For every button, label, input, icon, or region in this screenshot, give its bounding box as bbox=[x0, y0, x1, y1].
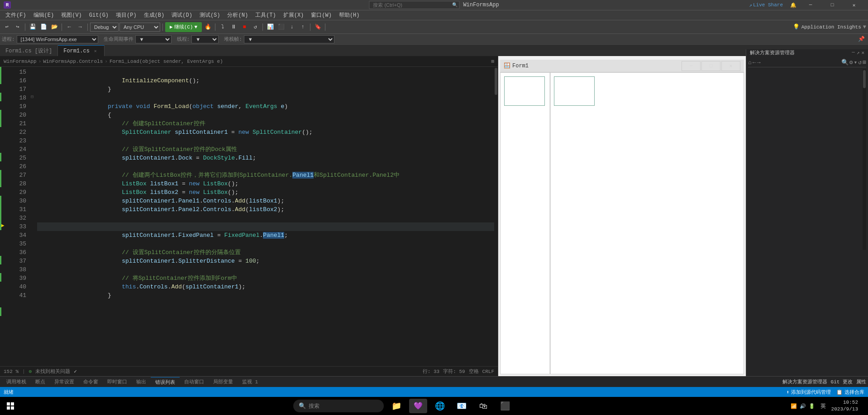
menu-test[interactable]: 测试(S) bbox=[196, 10, 224, 20]
redo-button[interactable]: ↪ bbox=[13, 22, 23, 32]
diag-tools-button[interactable]: 📊 bbox=[265, 22, 275, 32]
process-dropdown[interactable]: [1344] WinFormsApp.exe bbox=[17, 35, 98, 43]
menu-analyze[interactable]: 分析(N) bbox=[224, 10, 252, 20]
fold-icon-18[interactable]: ⊟ bbox=[31, 93, 33, 101]
menu-help[interactable]: 帮助(H) bbox=[335, 10, 363, 20]
scrollbar-thumb[interactable] bbox=[495, 68, 497, 95]
sol-exp-scroll[interactable] bbox=[748, 69, 866, 250]
system-clock[interactable]: 10:52 2023/9/13 bbox=[831, 399, 858, 413]
menu-debug[interactable]: 调试(D) bbox=[168, 10, 196, 20]
taskbar-terminal[interactable]: ⬛ bbox=[496, 399, 514, 413]
breakpoints-button[interactable]: ⬛ bbox=[276, 22, 286, 32]
hot-reload-button[interactable]: 🔥 bbox=[203, 22, 213, 32]
lifecycle-dropdown[interactable]: ▼ bbox=[135, 35, 172, 43]
tab-watch1[interactable]: 监视 1 bbox=[238, 377, 262, 387]
breadcrumb-class[interactable]: WinFormsApp.Controls bbox=[43, 59, 103, 64]
show-desktop-button[interactable] bbox=[862, 399, 864, 413]
git-changes-link[interactable]: Git 更改 bbox=[831, 378, 853, 385]
step-out-button[interactable]: ↑ bbox=[298, 22, 308, 32]
undo-button[interactable]: ↩ bbox=[2, 22, 12, 32]
menu-window[interactable]: 窗口(W) bbox=[307, 10, 335, 20]
pin-toolbar-button[interactable]: 📌 bbox=[856, 34, 866, 44]
tab-exception-settings[interactable]: 异常设置 bbox=[50, 377, 79, 387]
start-button[interactable] bbox=[4, 399, 17, 413]
search-input[interactable] bbox=[369, 1, 459, 9]
tab-breakpoints[interactable]: 断点 bbox=[31, 377, 50, 387]
save-button[interactable]: 💾 bbox=[28, 22, 38, 32]
minimize-button[interactable]: ─ bbox=[800, 0, 821, 10]
form-listbox2[interactable] bbox=[554, 76, 595, 106]
taskbar-mail[interactable]: 📧 bbox=[453, 399, 471, 413]
tab-locals[interactable]: 局部变量 bbox=[209, 377, 238, 387]
sol-exp-scrollbar[interactable] bbox=[863, 69, 866, 250]
sol-back-button[interactable]: ← bbox=[753, 59, 756, 66]
sol-search-button[interactable]: 🔍 bbox=[841, 59, 849, 66]
select-repo[interactable]: 📋 选择合库 bbox=[836, 389, 864, 396]
step-over-button[interactable]: ⤵ bbox=[218, 22, 228, 32]
sol-forward-button[interactable]: → bbox=[757, 59, 761, 66]
split-editor-button[interactable]: ⊞ bbox=[491, 58, 494, 64]
search-bar[interactable]: 🔍 bbox=[369, 1, 459, 9]
taskbar-file-explorer[interactable]: 📁 bbox=[387, 399, 405, 413]
sol-refresh-button[interactable]: ↺ bbox=[858, 59, 862, 66]
menu-edit[interactable]: 编辑(E) bbox=[30, 10, 58, 20]
tab-form1-cs-close[interactable]: ✕ bbox=[92, 48, 99, 54]
live-share-button[interactable]: ↗ Live Share bbox=[749, 2, 783, 8]
taskbar-store[interactable]: 🛍 bbox=[474, 399, 492, 413]
sol-exp-scrollbar-thumb[interactable] bbox=[863, 70, 866, 88]
tab-form1-cs[interactable]: Form1.cs ✕ bbox=[58, 45, 105, 56]
sol-expand-all-button[interactable]: ⊞ bbox=[863, 59, 866, 66]
solution-explorer-footer-link[interactable]: 解决方案资源管理器 bbox=[782, 378, 827, 385]
tab-auto-window[interactable]: 自动窗口 bbox=[180, 377, 209, 387]
bookmarks-button[interactable]: 🔖 bbox=[313, 22, 323, 32]
sol-home-button[interactable]: ⌂ bbox=[748, 59, 752, 66]
add-to-source-control[interactable]: ⬆ 添加到源代码管理 bbox=[786, 389, 831, 396]
tab-command[interactable]: 命令窗 bbox=[79, 377, 103, 387]
pause-button[interactable]: ⏸ bbox=[229, 22, 238, 32]
form-close-button[interactable]: ✕ bbox=[721, 61, 740, 71]
sol-expand-button[interactable]: ↗ bbox=[857, 50, 860, 56]
menu-git[interactable]: Git(G) bbox=[86, 10, 112, 20]
platform-dropdown[interactable]: Any CPU bbox=[119, 23, 160, 32]
tab-immediate[interactable]: 即时窗口 bbox=[103, 377, 132, 387]
tab-output[interactable]: 输出 bbox=[132, 377, 151, 387]
stop-button[interactable]: ■ bbox=[239, 22, 249, 32]
menu-project[interactable]: 项目(P) bbox=[112, 10, 140, 20]
debug-config-dropdown[interactable]: Debug bbox=[90, 23, 119, 32]
taskbar-vs-app[interactable]: 💜 bbox=[409, 399, 427, 413]
open-button[interactable]: 📂 bbox=[49, 22, 59, 32]
form-listbox1[interactable] bbox=[504, 76, 545, 106]
sol-settings-button[interactable]: ⚙ bbox=[849, 59, 853, 66]
menu-extension[interactable]: 扩展(X) bbox=[280, 10, 308, 20]
form-minimize-button[interactable]: ─ bbox=[682, 61, 701, 71]
step-in-button[interactable]: ↓ bbox=[287, 22, 297, 32]
taskbar-search-bar[interactable]: 🔍 搜索 bbox=[293, 400, 384, 412]
editor-scrollbar[interactable] bbox=[494, 67, 498, 366]
play-continue-button[interactable]: ▶ 继续(C) ▼ bbox=[165, 22, 202, 32]
menu-build[interactable]: 生成(B) bbox=[140, 10, 168, 20]
maximize-button[interactable]: □ bbox=[822, 0, 843, 10]
menu-tools[interactable]: 工具(T) bbox=[252, 10, 280, 20]
thread-dropdown[interactable]: ▼ bbox=[191, 35, 219, 43]
tab-call-stack[interactable]: 调用堆栈 bbox=[2, 377, 31, 387]
taskbar-browser[interactable]: 🌐 bbox=[431, 399, 449, 413]
back-button[interactable]: ← bbox=[64, 22, 74, 32]
close-button[interactable]: ✕ bbox=[844, 0, 864, 10]
form-maximize-button[interactable]: □ bbox=[701, 61, 720, 71]
restart-button[interactable]: ↺ bbox=[250, 22, 260, 32]
code-editor-text[interactable]: InitializeComponent(); } private void Fo… bbox=[37, 67, 494, 366]
tab-form1-design[interactable]: Form1.cs [设计] bbox=[0, 45, 58, 56]
sol-filter-button[interactable]: ▾ bbox=[854, 59, 858, 66]
properties-link[interactable]: 属性 bbox=[856, 378, 866, 385]
menu-view[interactable]: 视图(V) bbox=[57, 10, 86, 20]
new-file-button[interactable]: 📄 bbox=[38, 22, 48, 32]
sol-close-button[interactable]: ✕ bbox=[861, 50, 864, 56]
tab-error-list[interactable]: 错误列表 bbox=[151, 377, 180, 387]
menu-file[interactable]: 文件(F) bbox=[2, 10, 30, 20]
stackframe-dropdown[interactable]: ▼ bbox=[244, 35, 334, 43]
breadcrumb-namespace[interactable]: WinFormsApp bbox=[4, 59, 37, 64]
app-insights-dropdown-icon[interactable]: ▼ bbox=[863, 24, 866, 30]
forward-button[interactable]: → bbox=[75, 22, 85, 32]
sol-pin-button[interactable]: ─ bbox=[852, 50, 855, 56]
notifications-icon[interactable]: 🔔 bbox=[790, 2, 796, 8]
